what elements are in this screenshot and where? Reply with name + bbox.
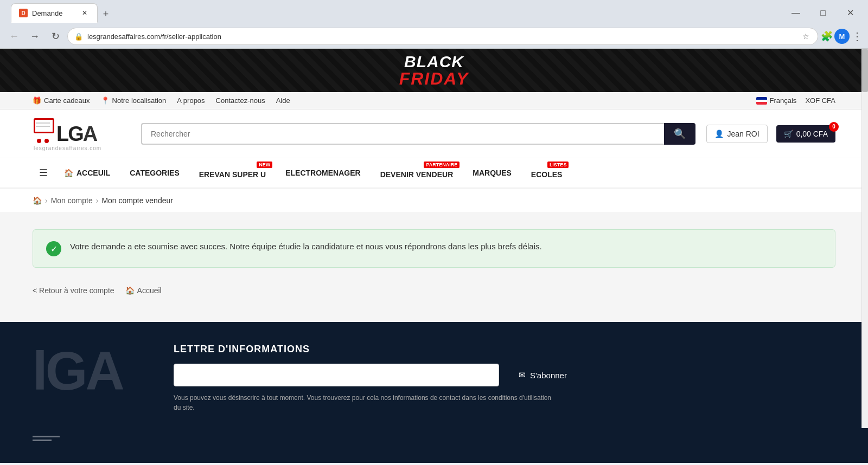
nav-item-marques[interactable]: MARQUES — [463, 160, 521, 186]
nav-item-ecoles[interactable]: LISTES ECOLES — [521, 158, 572, 188]
nav-item-acceuil[interactable]: 🏠 ACCEUIL — [54, 160, 120, 186]
footer-info-area: LETTRE D'INFORMATIONS ✉ S'abonner Vous p… — [174, 344, 835, 412]
topbar-contactez[interactable]: Contactez-nous — [216, 96, 265, 105]
main-content: ✓ Votre demande a ete soumise avec succe… — [0, 213, 868, 322]
maximize-btn[interactable]: □ — [810, 4, 835, 22]
search-input[interactable] — [141, 123, 664, 145]
home-link[interactable]: 🏠 Accueil — [125, 286, 162, 295]
newsletter-form: ✉ S'abonner — [174, 364, 835, 386]
main-nav: ☰ 🏠 ACCEUIL CATEGORIES NEW EREVAN SUPER … — [0, 158, 868, 189]
menu-icon[interactable]: ⋮ — [852, 31, 863, 42]
extensions-icon[interactable]: 🧩 — [821, 31, 832, 42]
active-tab[interactable]: D Demande ✕ — [11, 3, 98, 23]
cart-icon: 🛒 — [784, 130, 793, 138]
nav-item-devenir-vendeur[interactable]: PARTENAIRE DEVENIR VENDEUR — [371, 158, 463, 188]
minimize-btn[interactable]: — — [783, 4, 808, 22]
alert-success-icon: ✓ — [46, 241, 61, 256]
newsletter-title: LETTRE D'INFORMATIONS — [174, 344, 835, 355]
scrollbar-thumb[interactable] — [862, 49, 868, 92]
success-alert: ✓ Votre demande a ete soumise avec succe… — [33, 229, 835, 268]
cart-btn[interactable]: 0 🛒 0,00 CFA — [776, 125, 835, 143]
topbar-aide[interactable]: Aide — [276, 96, 290, 105]
nav-item-erevan[interactable]: NEW EREVAN SUPER U — [189, 158, 276, 188]
flag-icon — [756, 97, 767, 105]
browser-chrome: D Demande ✕ + — □ ✕ ← → ↻ 🔒 lesgrandesaf… — [0, 0, 868, 49]
address-bar-row: ← → ↻ 🔒 lesgrandesaffaires.com/fr/seller… — [0, 25, 868, 49]
user-icon: 👤 — [714, 130, 724, 138]
nav-item-categories[interactable]: CATEGORIES — [120, 160, 189, 186]
location-icon: 📍 — [101, 96, 110, 105]
currency-selector[interactable]: XOF CFA — [805, 96, 835, 105]
toolbar-icons: 🧩 M ⋮ — [821, 29, 863, 44]
topbar-localisation[interactable]: 📍 Notre localisation — [101, 96, 167, 105]
home-nav-icon: 🏠 — [64, 169, 73, 177]
back-btn[interactable]: ← — [5, 28, 23, 45]
search-icon: 🔍 — [674, 128, 686, 139]
nav-badge-partenaire: PARTENAIRE — [424, 162, 459, 168]
window-controls: — □ ✕ — [783, 4, 863, 22]
logo-subtext: lesgrandesaffaires.com — [33, 145, 130, 151]
tab-close-btn[interactable]: ✕ — [80, 8, 90, 18]
top-bar-left: 🎁 Carte cadeaux 📍 Notre localisation A p… — [33, 96, 290, 105]
breadcrumb-home-icon[interactable]: 🏠 — [33, 196, 42, 205]
home-link-icon: 🏠 — [125, 286, 135, 295]
bf-logo: BLACK FRIDAY — [399, 54, 469, 87]
address-bar-icons: ☆ — [800, 31, 811, 42]
top-bar-right: Français XOF CFA — [756, 96, 835, 105]
nav-item-electromenager[interactable]: ELECTROMENAGER — [276, 160, 370, 186]
main-header: LGA lesgrandesaffaires.com 🔍 👤 Jean ROI … — [0, 109, 868, 158]
close-btn[interactable]: ✕ — [838, 4, 863, 22]
breadcrumb-mon-compte[interactable]: Mon compte — [51, 196, 93, 205]
alert-message: Votre demande a ete soumise avec succes.… — [70, 241, 542, 253]
bookmark-icon[interactable]: ☆ — [800, 31, 811, 42]
new-tab-btn[interactable]: + — [98, 6, 114, 22]
tab-bar: D Demande ✕ + — [5, 3, 779, 22]
bf-friday-text: FRIDAY — [399, 70, 469, 87]
black-friday-banner: BLACK FRIDAY — [0, 49, 868, 92]
breadcrumb: 🏠 › Mon compte › Mon compte vendeur — [0, 189, 868, 213]
scrollbar[interactable] — [861, 49, 868, 428]
header-right: 👤 Jean ROI 0 🛒 0,00 CFA — [706, 125, 835, 143]
forward-btn[interactable]: → — [26, 28, 43, 45]
reload-btn[interactable]: ↻ — [47, 28, 64, 45]
bf-black-text: BLACK — [399, 54, 469, 70]
nav-badge-new: NEW — [257, 162, 272, 168]
tab-favicon: D — [19, 9, 28, 17]
envelope-icon: ✉ — [519, 370, 526, 380]
newsletter-subscribe-btn[interactable]: ✉ S'abonner — [508, 364, 578, 386]
address-bar[interactable]: 🔒 lesgrandesaffaires.com/fr/seller-appli… — [67, 28, 818, 45]
newsletter-note: Vous pouvez vous désinscrire à tout mome… — [174, 393, 553, 412]
hamburger-btn[interactable]: ☰ — [33, 158, 54, 188]
newsletter-email-input[interactable] — [174, 364, 499, 386]
search-button[interactable]: 🔍 — [664, 123, 695, 145]
profile-avatar[interactable]: M — [834, 29, 850, 44]
back-links: < Retour à votre compte 🏠 Accueil — [33, 281, 835, 300]
language-selector[interactable]: Français — [756, 96, 797, 105]
footer-logo-big: lGA — [33, 344, 123, 401]
back-to-account-link[interactable]: < Retour à votre compte — [33, 286, 114, 295]
gift-icon: 🎁 — [33, 96, 41, 105]
nav-badge-listes: LISTES — [547, 162, 569, 168]
footer-logo-area: lGA — [33, 344, 141, 441]
breadcrumb-current: Mon compte vendeur — [101, 196, 173, 205]
url-display: lesgrandesaffaires.com/fr/seller-applica… — [87, 33, 796, 41]
top-bar: 🎁 Carte cadeaux 📍 Notre localisation A p… — [0, 92, 868, 109]
topbar-apropos[interactable]: A propos — [177, 96, 205, 105]
logo-area: LGA lesgrandesaffaires.com — [33, 116, 130, 151]
cart-badge: 0 — [829, 122, 839, 132]
user-account-btn[interactable]: 👤 Jean ROI — [706, 125, 767, 143]
search-area: 🔍 — [141, 123, 695, 145]
site-wrapper: BLACK FRIDAY 🎁 Carte cadeaux 📍 Notre loc… — [0, 49, 868, 463]
browser-titlebar: D Demande ✕ + — □ ✕ — [0, 0, 868, 25]
site-footer: lGA LETTRE D'INFORMATIONS ✉ S'abonner Vo… — [0, 322, 868, 463]
topbar-carte-cadeaux[interactable]: 🎁 Carte cadeaux — [33, 96, 90, 105]
tab-title: Demande — [32, 9, 62, 17]
